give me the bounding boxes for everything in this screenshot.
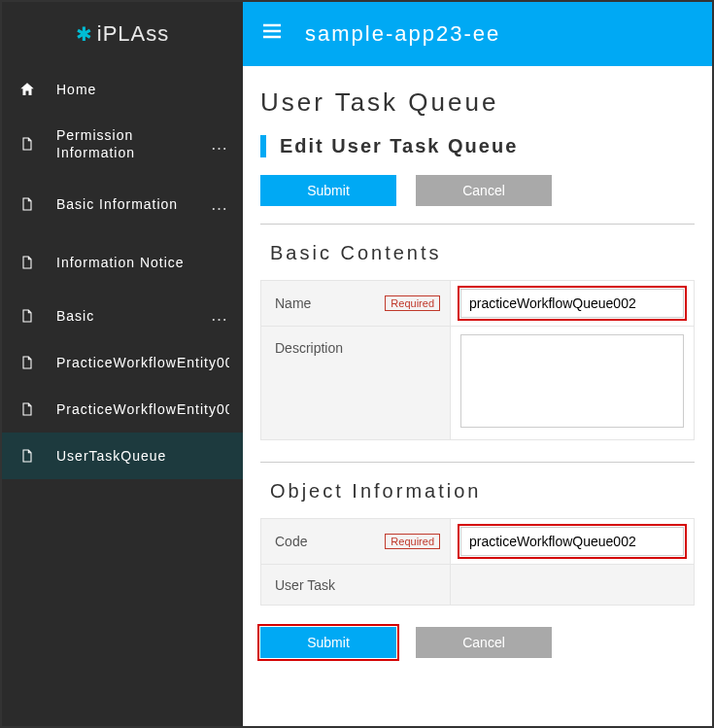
field-row-description: Description — [261, 327, 695, 440]
top-button-row: Submit Cancel — [260, 175, 695, 206]
sidebar: ✱ i PLAss HomePermission Information…Bas… — [2, 2, 243, 726]
field-row-usertask: User Task — [261, 565, 695, 606]
doc-icon — [16, 354, 39, 371]
sidebar-item-2[interactable]: Basic Information… — [2, 175, 243, 233]
submit-button-bottom[interactable]: Submit — [260, 627, 396, 658]
more-icon[interactable]: … — [210, 305, 229, 326]
sidebar-item-4[interactable]: Basic… — [2, 292, 243, 339]
sidebar-item-label: Permission Information — [56, 126, 210, 161]
cancel-button-bottom[interactable]: Cancel — [416, 627, 552, 658]
more-icon[interactable]: … — [210, 134, 229, 155]
code-input[interactable] — [460, 527, 684, 556]
topbar: sample-app23-ee — [243, 2, 712, 66]
basic-contents-table: Name Required Description — [260, 280, 695, 440]
sidebar-item-label: UserTaskQueue — [56, 447, 229, 465]
basic-contents-heading: Basic Contents — [270, 242, 695, 264]
field-row-code: Code Required — [261, 519, 695, 565]
hamburger-icon[interactable] — [260, 19, 288, 49]
object-information-group: Object Information Code Required — [260, 480, 695, 606]
bottom-button-row: Submit Cancel — [260, 627, 695, 658]
sidebar-item-label: Information Notice — [56, 254, 229, 271]
home-icon — [16, 81, 39, 98]
logo-icon: ✱ — [76, 24, 93, 44]
divider-2 — [260, 462, 695, 463]
brand-name: PLAss — [103, 21, 170, 47]
code-label: Code — [275, 534, 307, 549]
basic-contents-group: Basic Contents Name Required — [260, 242, 695, 440]
doc-icon — [16, 447, 39, 465]
main-area: sample-app23-ee User Task Queue Edit Use… — [243, 2, 712, 726]
sidebar-item-label: Basic Information — [56, 195, 210, 213]
field-row-name: Name Required — [261, 281, 695, 327]
edit-heading: Edit User Task Queue — [260, 135, 695, 157]
sidebar-item-label: Home — [56, 81, 229, 98]
doc-icon — [16, 400, 39, 418]
sidebar-item-label: Basic — [56, 307, 210, 325]
name-input[interactable] — [460, 289, 684, 318]
required-badge-2: Required — [385, 534, 440, 549]
sidebar-item-7[interactable]: UserTaskQueue — [2, 433, 243, 479]
content: User Task Queue Edit User Task Queue Sub… — [243, 66, 712, 726]
app-title: sample-app23-ee — [305, 21, 500, 47]
submit-button-top[interactable]: Submit — [260, 175, 396, 206]
app-root: ✱ i PLAss HomePermission Information…Bas… — [2, 2, 712, 726]
divider — [260, 224, 695, 225]
name-label: Name — [275, 295, 311, 311]
required-badge: Required — [385, 295, 440, 311]
sidebar-item-1[interactable]: Permission Information… — [2, 113, 243, 175]
doc-icon — [16, 254, 39, 271]
page-title: User Task Queue — [260, 87, 695, 118]
doc-icon — [16, 307, 39, 325]
doc-icon — [16, 195, 39, 213]
description-textarea[interactable] — [460, 334, 684, 428]
object-information-heading: Object Information — [270, 480, 695, 503]
sidebar-nav: HomePermission Information…Basic Informa… — [2, 66, 243, 479]
more-icon[interactable]: … — [210, 194, 229, 215]
sidebar-item-5[interactable]: PracticeWorkflowEntity001 — [2, 339, 243, 386]
sidebar-item-6[interactable]: PracticeWorkflowEntity002 — [2, 386, 243, 433]
doc-icon — [16, 135, 39, 153]
sidebar-item-label: PracticeWorkflowEntity002 — [56, 400, 229, 418]
usertask-value — [451, 565, 695, 606]
brand-logo: ✱ i PLAss — [2, 2, 243, 66]
usertask-label: User Task — [275, 577, 335, 593]
cancel-button-top[interactable]: Cancel — [416, 175, 552, 206]
sidebar-item-3[interactable]: Information Notice — [2, 233, 243, 292]
sidebar-item-label: PracticeWorkflowEntity001 — [56, 354, 229, 371]
sidebar-item-0[interactable]: Home — [2, 66, 243, 113]
object-information-table: Code Required User Task — [260, 518, 695, 606]
description-label: Description — [275, 340, 343, 356]
